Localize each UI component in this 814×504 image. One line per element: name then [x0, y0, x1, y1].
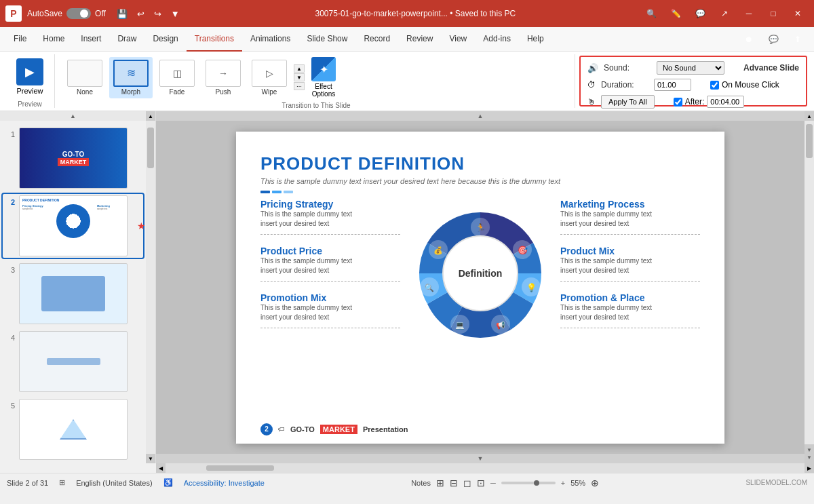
close-button[interactable]: ✕ [787, 4, 809, 23]
after-checkbox[interactable] [674, 98, 682, 106]
tab-design[interactable]: Design [144, 27, 186, 52]
undo-icon[interactable]: ↩ [134, 7, 147, 20]
view-slide-sort-btn[interactable]: ⊟ [450, 478, 458, 488]
tab-animations[interactable]: Animations [242, 27, 298, 52]
share2-button[interactable]: ↗ [714, 4, 735, 23]
on-mouse-click-row: On Mouse Click [710, 80, 779, 90]
duration-input[interactable] [654, 79, 691, 91]
svg-text:🔍: 🔍 [425, 283, 434, 292]
zoom-thumb[interactable] [534, 480, 539, 486]
tab-view[interactable]: View [441, 27, 475, 52]
footer-market: MARKET [320, 425, 357, 434]
main-vscroll-up[interactable]: ▲ [805, 111, 814, 121]
tab-slideshow[interactable]: Slide Show [298, 27, 355, 52]
customize-icon[interactable]: ▼ [168, 7, 182, 20]
trans-none[interactable]: None [63, 57, 106, 98]
fit-slide-btn[interactable]: ⊕ [591, 478, 599, 488]
marketing-process-text: This is the sample dummy textinsert your… [560, 210, 700, 229]
trans-fade-box: ◫ [159, 60, 195, 87]
comments-button[interactable]: 💬 [762, 30, 784, 49]
tab-draw[interactable]: Draw [109, 27, 144, 52]
promotion-mix-text: This is the sample dummy textinsert your… [260, 303, 400, 322]
preview-button[interactable]: ▶ Preview [11, 56, 49, 98]
zoom-level[interactable]: 55% [570, 479, 585, 487]
slide-item-1[interactable]: 1 GO-TOMARKET [3, 126, 143, 190]
record-button[interactable]: ⏺ [738, 30, 760, 49]
restore-button[interactable]: □ [762, 4, 784, 23]
canvas-down-btn[interactable]: ▼ [478, 454, 484, 463]
zoom-slider[interactable] [501, 482, 556, 484]
tab-home[interactable]: Home [35, 27, 73, 52]
zoom-plus[interactable]: + [561, 479, 565, 487]
accessibility[interactable]: Accessibility: Investigate [184, 479, 265, 487]
tab-addins[interactable]: Add-ins [475, 27, 519, 52]
autosave-toggle[interactable] [66, 8, 91, 19]
share-button[interactable]: ✏️ [665, 4, 686, 23]
slide-vscroll-down[interactable]: ▼ [146, 454, 155, 463]
slide-item-4[interactable]: 4 [3, 330, 143, 393]
footer-brand: GO-TO [290, 425, 315, 433]
window-controls: 🔍 ✏️ 💬 ↗ ─ □ ✕ [640, 4, 809, 23]
after-input[interactable] [707, 96, 744, 108]
hscroll-right-btn[interactable]: ▶ [805, 463, 814, 473]
slide-panel-scroll-up[interactable]: ▲ [70, 113, 76, 119]
tab-insert[interactable]: Insert [73, 27, 109, 52]
canvas-scroll-down-container: ▼ [156, 454, 805, 463]
after-row: After: [674, 96, 745, 108]
zoom-minus[interactable]: ─ [490, 479, 496, 487]
tab-review[interactable]: Review [398, 27, 441, 52]
apply-to-all-button[interactable]: Apply To All [601, 95, 655, 109]
view-presenter-btn[interactable]: ⊡ [477, 478, 485, 488]
slide-item-3[interactable]: 3 [3, 262, 143, 326]
view-reading-btn[interactable]: ◻ [463, 478, 471, 488]
scroll-down-btn[interactable]: ▼ [294, 73, 305, 81]
vscroll-down2-btn[interactable]: ▼ [807, 454, 812, 461]
slide-panel: 1 GO-TOMARKET 2 PRODUCT DEFINITION Prici… [0, 121, 146, 463]
product-price-title: Product Price [260, 246, 400, 256]
scroll-up-btn[interactable]: ▲ [294, 64, 305, 73]
trans-fade[interactable]: ◫ Fade [155, 57, 199, 98]
on-mouse-click-label: On Mouse Click [722, 80, 779, 90]
tab-help[interactable]: Help [519, 27, 552, 52]
fit-icon[interactable]: ⊞ [59, 478, 65, 487]
minimize-button[interactable]: ─ [738, 4, 760, 23]
slide-thumb-3 [19, 263, 128, 324]
vscroll-down-btn[interactable]: ▼ [807, 447, 812, 453]
canvas-up-btn[interactable]: ▲ [478, 111, 484, 121]
main-vscroll-thumb[interactable] [806, 124, 813, 158]
autosave-area: AutoSave Off [27, 8, 106, 19]
pricing-strategy-text: This is the sample dummy textinsert your… [260, 210, 400, 229]
svg-text:🎯: 🎯 [518, 245, 528, 255]
content-grid: Pricing Strategy This is the sample dumm… [260, 199, 700, 348]
trans-wipe[interactable]: ▷ Wipe [248, 57, 291, 98]
save-icon[interactable]: 💾 [114, 7, 130, 20]
slide-vscroll-thumb[interactable] [147, 128, 154, 168]
slide-vscroll-up[interactable]: ▲ [146, 111, 155, 121]
slide-item-2[interactable]: 2 PRODUCT DEFINITION Pricing Strategy sa… [3, 194, 143, 258]
footer-presentation: Presentation [363, 425, 408, 433]
hscroll-thumb[interactable] [206, 465, 274, 471]
transition-thumbs: None ≋ Morph ◫ Fade → [63, 57, 305, 98]
search-button[interactable]: 🔍 [640, 4, 662, 23]
view-normal-btn[interactable]: ⊞ [436, 478, 444, 488]
hscroll-left-btn[interactable]: ◀ [156, 463, 166, 473]
share-ribbon-button[interactable]: ⬆ [787, 30, 809, 49]
tab-transitions[interactable]: Transitions [187, 27, 242, 52]
tab-file[interactable]: File [5, 27, 35, 52]
effect-options-button[interactable]: ✦ EffectOptions [307, 54, 340, 100]
redo-icon[interactable]: ↪ [151, 7, 164, 20]
slide-item-5[interactable]: 5 [3, 398, 143, 461]
trans-push[interactable]: → Push [201, 57, 245, 98]
pricing-strategy-title: Pricing Strategy [260, 199, 400, 210]
duration-label: Duration: [601, 80, 648, 90]
tab-record[interactable]: Record [355, 27, 398, 52]
notes-btn[interactable]: Notes [411, 479, 431, 487]
on-mouse-click-checkbox[interactable] [710, 81, 719, 90]
scroll-more-btn[interactable]: ⋯ [294, 82, 305, 90]
preview-group-label: Preview [18, 99, 42, 108]
ribbon-tabs: File Home Insert Draw Design Transitions… [0, 27, 814, 52]
trans-morph[interactable]: ≋ Morph [109, 57, 153, 98]
sound-row: 🔊 Sound: No Sound Advance Slide [587, 60, 799, 76]
sound-select[interactable]: No Sound [657, 61, 724, 75]
comment-button[interactable]: 💬 [689, 4, 711, 23]
